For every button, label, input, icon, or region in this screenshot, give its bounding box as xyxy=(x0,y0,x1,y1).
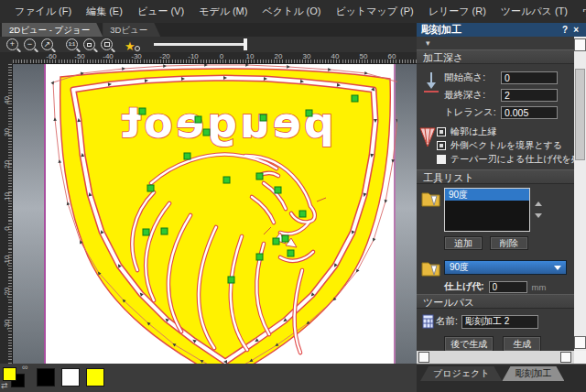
ruler-tick-label: 50 xyxy=(354,52,373,60)
ruler-tick-label: -10 xyxy=(184,52,202,60)
ruler-tick-label: -30 xyxy=(3,318,11,332)
vbit-cone-icon xyxy=(418,126,437,148)
menu-edit[interactable]: 編集 (E) xyxy=(79,5,130,18)
ruler-tick-label: -30 xyxy=(127,52,146,60)
menu-bar: ファイル (F) 編集 (E) ビュー (V) モデル (M) ベクトル (O)… xyxy=(0,0,586,23)
tool-list-box[interactable]: 90度 xyxy=(444,188,530,232)
scroll-left-button[interactable] xyxy=(418,352,429,363)
zoom-selected-icon[interactable]: ★ xyxy=(125,38,139,51)
checkbox-icon[interactable] xyxy=(437,141,446,150)
ruler-tick-label: 60 xyxy=(383,52,401,60)
checkbox-icon[interactable] xyxy=(437,155,446,164)
section-depth-header[interactable]: 加工深さ xyxy=(417,49,574,64)
menu-relief[interactable]: レリーフ (R) xyxy=(421,5,494,18)
ruler-tick-label: 10 xyxy=(3,190,11,204)
chevron-down-icon xyxy=(554,266,561,270)
tolerance-input[interactable] xyxy=(501,106,558,119)
tool-select-dropdown[interactable]: 90度 xyxy=(444,260,567,275)
scrollbar-corner xyxy=(574,351,586,364)
zoom-actual-size-icon[interactable]: 1:1 xyxy=(66,38,78,50)
tab-engraving[interactable]: 彫刻加工 xyxy=(502,366,564,381)
ruler-tick-label: 30 xyxy=(298,52,316,60)
zoom-extents-icon[interactable] xyxy=(101,38,113,50)
panel-help-button[interactable]: ? xyxy=(559,25,570,35)
ruler-tick-label: 30 xyxy=(3,125,11,140)
scroll-right-button[interactable] xyxy=(560,352,571,363)
allowance-label: 仕上げ代: xyxy=(444,280,484,293)
zoom-box-icon[interactable] xyxy=(83,38,95,50)
generate-later-button[interactable]: 後で生成 xyxy=(444,336,494,351)
tool-move-down-icon[interactable] xyxy=(535,213,542,218)
zoom-in-icon[interactable]: + xyxy=(6,38,18,50)
tab-3d-view[interactable]: 3Dビュー xyxy=(103,23,160,37)
star-icon: ★ xyxy=(125,39,136,53)
zoom-slider-handle[interactable] xyxy=(244,38,247,50)
palette-swatch-black[interactable] xyxy=(37,368,55,387)
final-depth-input[interactable] xyxy=(501,89,558,102)
color-bar: ∞ ⇄ xyxy=(0,364,417,392)
menu-toolpath[interactable]: ツールパス (T) xyxy=(494,5,575,18)
panel-horizontal-scrollbar[interactable] xyxy=(417,351,586,364)
foreground-color-swatch[interactable] xyxy=(3,367,16,381)
ruler-tick-label: -50 xyxy=(71,52,89,60)
zoom-toolbar: + − ↗ 1:1 ★ xyxy=(0,37,417,52)
menu-window[interactable]: ウィンドウ (W) xyxy=(575,5,586,18)
scroll-up-button[interactable] xyxy=(574,38,586,51)
add-tool-button[interactable]: 追加 xyxy=(444,236,483,250)
menu-vector[interactable]: ベクトル (O) xyxy=(255,5,328,18)
magnifier-icon xyxy=(135,46,140,51)
drawing-viewport[interactable]: peugeot xyxy=(13,64,417,364)
collapse-arrow-icon[interactable]: ▾ xyxy=(426,38,430,48)
tool-list-item-selected[interactable]: 90度 xyxy=(445,189,529,201)
check-outer-vector-boundary[interactable]: 外側ベクトルを境界とする xyxy=(437,138,574,152)
final-depth-label: 最終深さ: xyxy=(444,89,501,102)
vector-drawing: peugeot xyxy=(46,64,397,364)
zoom-interactive-icon[interactable]: ↗ xyxy=(41,38,53,50)
toolpath-name-input[interactable] xyxy=(461,315,538,329)
section-tool-list-header[interactable]: 工具リスト xyxy=(417,169,574,184)
zoom-slider[interactable] xyxy=(154,43,245,46)
menu-view[interactable]: ビュー (V) xyxy=(130,5,191,18)
calculator-icon xyxy=(422,314,434,329)
start-depth-label: 開始高さ: xyxy=(444,71,501,84)
ruler-tick-label: -60 xyxy=(42,52,60,60)
check-outline-top-edge[interactable]: 輪郭は上縁 xyxy=(437,125,574,138)
swap-colors-icon[interactable]: ⇄ xyxy=(1,381,8,390)
palette-swatch-yellow[interactable] xyxy=(86,368,104,387)
ruler-tick-label: 20 xyxy=(3,158,11,172)
scroll-down-button[interactable] xyxy=(574,336,586,349)
ruler-tick-label: 20 xyxy=(269,52,288,60)
depth-icon xyxy=(422,71,440,94)
scrollbar-thumb[interactable] xyxy=(575,69,585,160)
fg-bg-color-widget[interactable]: ∞ ⇄ xyxy=(3,365,34,390)
panel-title-bar: 彫刻加工 ? × xyxy=(417,23,586,37)
toolpath-name-label: 名前: xyxy=(436,315,458,328)
tab-project[interactable]: プロジェクト xyxy=(420,366,502,381)
panel-close-button[interactable]: × xyxy=(570,25,581,35)
menu-bitmap[interactable]: ビットマップ (P) xyxy=(328,5,420,18)
workspace-column: 2Dビュー - プジョー 3Dビュー + − ↗ 1:1 ★ -60-50-40… xyxy=(0,23,417,392)
start-depth-input[interactable] xyxy=(501,71,558,84)
engraving-panel: 彫刻加工 ? × ▾ 加工深さ xyxy=(417,23,586,392)
checkbox-icon[interactable] xyxy=(437,127,446,136)
section-toolpath-header[interactable]: ツールパス xyxy=(417,294,574,309)
material-page[interactable]: peugeot xyxy=(44,64,396,364)
allowance-input[interactable] xyxy=(489,281,527,293)
ruler-tick-label: -20 xyxy=(3,286,11,300)
menu-model[interactable]: モデル (M) xyxy=(191,5,255,18)
tab-2d-view[interactable]: 2Dビュー - プジョー xyxy=(2,23,103,37)
allowance-unit: mm xyxy=(532,282,547,292)
panel-title: 彫刻加工 xyxy=(421,23,461,37)
tool-folder-icon xyxy=(421,259,441,278)
panel-vertical-scrollbar[interactable] xyxy=(574,37,586,351)
zoom-out-icon[interactable]: − xyxy=(24,38,36,50)
generate-button[interactable]: 生成 xyxy=(503,336,541,351)
ruler-tick-label: -20 xyxy=(156,52,174,60)
palette-swatch-white[interactable] xyxy=(61,368,80,387)
tool-folder-icon xyxy=(421,190,441,208)
check-taper-allowance[interactable]: テーパー刃による仕上げ代を残す xyxy=(437,152,574,166)
menu-file[interactable]: ファイル (F) xyxy=(7,5,79,18)
remove-tool-button[interactable]: 削除 xyxy=(490,236,528,250)
tool-move-up-icon[interactable] xyxy=(535,201,542,206)
link-colors-icon[interactable]: ∞ xyxy=(22,363,27,372)
